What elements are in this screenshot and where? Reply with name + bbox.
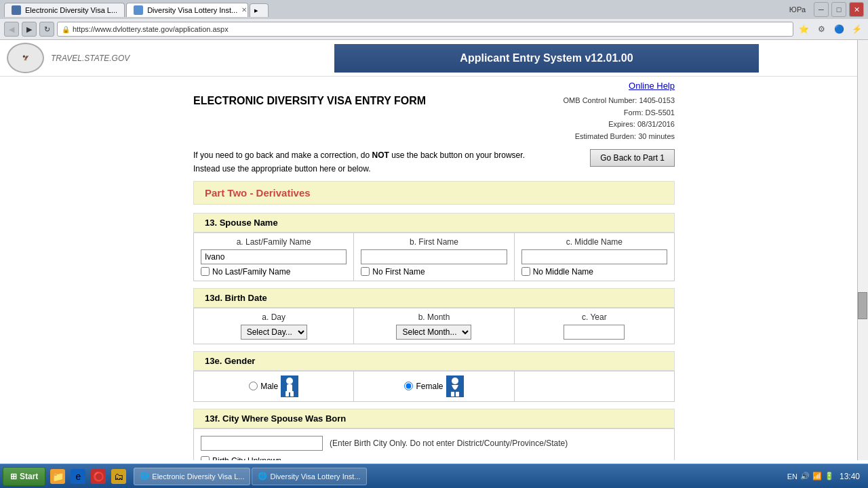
- female-label: Female: [416, 382, 443, 391]
- tab-label-2: Diversity Visa Lottery Inst...: [147, 6, 237, 14]
- male-radio[interactable]: [249, 382, 258, 390]
- section-13f-header: 13f. City Where Spouse Was Born: [193, 409, 675, 428]
- month-label: b. Month: [361, 312, 507, 322]
- first-name-input[interactable]: [361, 249, 507, 264]
- tab-icon-1: [12, 5, 21, 15]
- online-help-link[interactable]: Online Help: [193, 77, 675, 92]
- day-label: a. Day: [201, 312, 347, 322]
- no-last-name-checkbox[interactable]: [201, 267, 210, 276]
- birth-city-note: (Enter Birth City Only. Do not enter Dis…: [330, 439, 568, 448]
- close-button[interactable]: ✕: [849, 2, 864, 17]
- male-label: Male: [260, 382, 278, 391]
- extension-icon-1: 🔵: [831, 22, 846, 37]
- taskbar-win1-icon: 🌐: [140, 472, 149, 481]
- part-two-header: Part Two - Derivatives: [193, 181, 675, 205]
- taskbar-app-ie[interactable]: e: [68, 467, 87, 486]
- middle-name-input[interactable]: [521, 249, 667, 264]
- no-middle-name-checkbox[interactable]: [521, 267, 530, 276]
- extension-icon-2: ⚡: [849, 22, 864, 37]
- taskbar-window-2[interactable]: 🌐 Diversity Visa Lottery Inst...: [252, 468, 366, 485]
- svg-rect-3: [285, 391, 289, 396]
- female-radio[interactable]: [404, 382, 413, 390]
- taskbar-app-red[interactable]: ⭕: [89, 467, 108, 486]
- no-middle-name-label: No Middle Name: [533, 267, 593, 277]
- taskbar-app-files[interactable]: 🗂: [109, 467, 128, 486]
- site-header: 🦅 TRAVEL.STATE.GOV Applicant Entry Syste…: [0, 40, 868, 77]
- maximize-button[interactable]: □: [831, 2, 846, 17]
- volume-icon: 🔊: [800, 472, 810, 481]
- birth-city-table: (Enter Birth City Only. Do not enter Dis…: [193, 428, 675, 460]
- tools-button[interactable]: ⚙: [814, 22, 829, 37]
- svg-rect-4: [290, 391, 294, 396]
- first-name-label: b. First Name: [361, 237, 507, 247]
- address-bar[interactable]: 🔒 https://www.dvlottery.state.gov/applic…: [57, 22, 793, 37]
- day-select[interactable]: Select Day... 12345 678910 1112131415 16…: [241, 325, 307, 340]
- tab-diversity-lottery[interactable]: Diversity Visa Lottery Inst... ✕: [126, 3, 248, 17]
- ie-icon: e: [71, 469, 85, 484]
- site-logo: 🦅: [7, 43, 44, 73]
- new-tab-icon: ▸: [254, 6, 258, 15]
- taskbar-win2-label: Diversity Visa Lottery Inst...: [270, 472, 360, 481]
- refresh-button[interactable]: ↻: [39, 22, 54, 37]
- lang-indicator: EN: [787, 472, 797, 481]
- red-app-icon: ⭕: [91, 469, 106, 484]
- tab-new[interactable]: ▸: [250, 3, 269, 17]
- svg-rect-7: [451, 392, 454, 396]
- scrollbar-track[interactable]: [857, 40, 868, 460]
- minimize-button[interactable]: ─: [814, 2, 829, 17]
- battery-icon: 🔋: [825, 472, 834, 481]
- birth-city-unknown-checkbox[interactable]: [201, 456, 210, 460]
- folder-icon: 📁: [50, 469, 65, 484]
- start-button[interactable]: ⊞ Start: [3, 467, 45, 486]
- site-title: TRAVEL.STATE.GOV: [51, 54, 130, 63]
- taskbar-window-1[interactable]: 🌐 Electronic Diversity Visa L...: [134, 468, 250, 485]
- system-tray: EN 🔊 📶 🔋: [787, 472, 834, 481]
- back-button[interactable]: ◀: [4, 22, 19, 37]
- taskbar-win1-label: Electronic Diversity Visa L...: [152, 472, 244, 481]
- app-title: Applicant Entry System v12.01.00: [334, 44, 760, 73]
- form-title: ELECTRONIC DIVERSITY VISA ENTRY FORM: [193, 95, 426, 107]
- gender-table: Male Fem: [193, 371, 675, 402]
- scrollbar-thumb[interactable]: [858, 292, 867, 319]
- tab-electronic-diversity[interactable]: Electronic Diversity Visa L...: [4, 3, 125, 17]
- notice-text: If you need to go back and make a correc…: [193, 149, 532, 175]
- start-label: Start: [20, 472, 38, 481]
- no-first-name-label: No First Name: [372, 267, 425, 277]
- forward-button[interactable]: ▶: [22, 22, 37, 37]
- birth-city-unknown-label: Birth City Unknown: [212, 456, 281, 460]
- clock: 13:40: [840, 472, 860, 481]
- birth-city-input[interactable]: [201, 436, 323, 451]
- no-last-name-label: No Last/Family Name: [212, 267, 290, 277]
- section-13e-header: 13e. Gender: [193, 351, 675, 371]
- go-back-button[interactable]: Go Back to Part 1: [590, 149, 675, 167]
- user-label: ЮРа: [789, 5, 806, 14]
- svg-rect-8: [456, 392, 459, 396]
- taskbar-app-folder[interactable]: 📁: [48, 467, 67, 486]
- section-13d-header: 13d. Birth Date: [193, 288, 675, 308]
- middle-name-label: c. Middle Name: [521, 237, 667, 247]
- svg-point-1: [286, 378, 293, 384]
- birth-date-table: a. Day Select Day... 12345 678910 111213…: [193, 308, 675, 344]
- year-label: c. Year: [521, 312, 667, 322]
- last-name-label: a. Last/Family Name: [201, 237, 347, 247]
- year-input[interactable]: [564, 325, 625, 340]
- windows-logo: ⊞: [10, 472, 17, 481]
- tab-close-icon[interactable]: ✕: [241, 6, 247, 14]
- network-icon: 📶: [812, 472, 822, 481]
- omb-info: OMB Control Number: 1405-0153 Form: DS-5…: [564, 95, 675, 142]
- section-13-header: 13. Spouse Name: [193, 213, 675, 232]
- spouse-name-table: a. Last/Family Name No Last/Family Name …: [193, 232, 675, 281]
- lock-icon: 🔒: [62, 26, 70, 33]
- month-select[interactable]: Select Month... JanuaryFebruaryMarch Apr…: [396, 325, 471, 340]
- tab-icon-2: [134, 5, 143, 15]
- last-name-input[interactable]: [201, 249, 347, 264]
- bookmark-button[interactable]: ⭐: [796, 22, 811, 37]
- taskbar-win2-icon: 🌐: [258, 472, 267, 481]
- female-icon: [446, 375, 464, 397]
- svg-point-6: [452, 378, 458, 384]
- male-icon: [281, 375, 298, 397]
- files-icon: 🗂: [111, 469, 126, 484]
- tab-label-1: Electronic Diversity Visa L...: [25, 6, 117, 14]
- no-first-name-checkbox[interactable]: [361, 267, 370, 276]
- url-text: https://www.dvlottery.state.gov/applicat…: [73, 25, 229, 33]
